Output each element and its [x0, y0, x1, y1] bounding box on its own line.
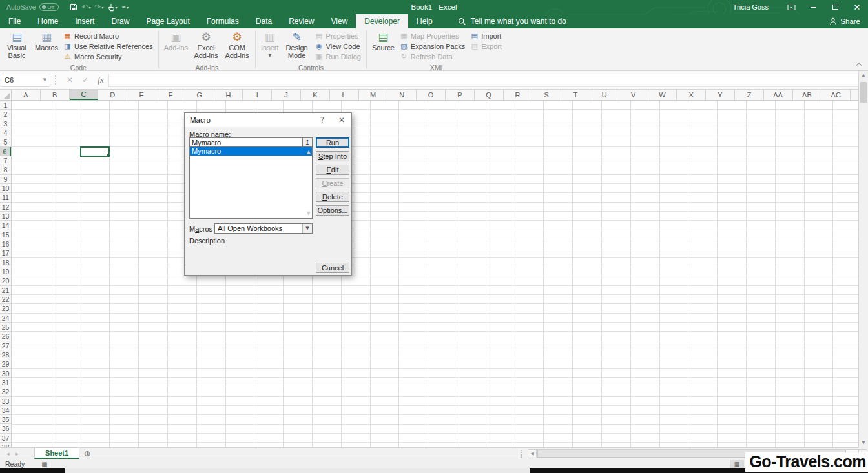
ribbon-button-excel-add-ins[interactable]: ⚙Excel Add-ins: [191, 30, 221, 63]
edit-button[interactable]: Edit: [316, 165, 349, 175]
close-button[interactable]: ✕: [846, 0, 868, 14]
ribbon-button-refresh-data[interactable]: ↻Refresh Data: [398, 52, 467, 61]
minimize-button[interactable]: [802, 0, 824, 14]
row-header-32[interactable]: 32: [0, 387, 11, 396]
redo-icon[interactable]: ↷▾: [94, 1, 105, 13]
formula-bar-splitter[interactable]: [55, 75, 62, 85]
autosave-toggle[interactable]: AutoSave Off: [6, 3, 59, 11]
ribbon-button-export[interactable]: ▤Export: [468, 41, 504, 51]
ribbon-button-expansion-packs[interactable]: ▧Expansion Packs: [398, 41, 467, 51]
dialog-help-button[interactable]: ?: [313, 113, 332, 127]
tab-home[interactable]: Home: [29, 14, 67, 28]
row-header-33[interactable]: 33: [0, 397, 11, 406]
column-header-z[interactable]: Z: [735, 90, 764, 100]
sheet-tab-sheet1[interactable]: Sheet1: [34, 448, 79, 459]
row-header-38[interactable]: 38: [0, 443, 11, 447]
delete-button[interactable]: Delete: [316, 192, 349, 202]
tab-page-layout[interactable]: Page Layout: [138, 14, 198, 28]
tab-formulas[interactable]: Formulas: [198, 14, 247, 28]
column-header-r[interactable]: R: [504, 90, 533, 100]
normal-view-icon[interactable]: ▦: [730, 460, 744, 468]
column-header-b[interactable]: B: [41, 90, 70, 100]
scroll-up-icon[interactable]: ▲: [859, 71, 868, 81]
row-header-15[interactable]: 15: [0, 230, 11, 239]
undo-icon[interactable]: ↶▾: [81, 1, 92, 13]
run-button[interactable]: Run: [316, 137, 349, 148]
new-sheet-icon[interactable]: ⊕: [79, 448, 95, 459]
tab-insert[interactable]: Insert: [67, 14, 103, 28]
macro-name-input[interactable]: Mymacro ↥: [189, 137, 313, 147]
row-header-24[interactable]: 24: [0, 314, 11, 323]
column-header-p[interactable]: P: [446, 90, 475, 100]
column-header-d[interactable]: D: [98, 90, 127, 100]
ribbon-button-record-macro[interactable]: ▦Record Macro: [61, 31, 155, 41]
list-scroll-down-icon[interactable]: ▼: [307, 210, 311, 216]
ribbon-button-map-properties[interactable]: ▦Map Properties: [398, 31, 467, 41]
row-header-21[interactable]: 21: [0, 286, 11, 295]
options-button[interactable]: Options...: [316, 205, 349, 216]
row-header-27[interactable]: 27: [0, 341, 11, 350]
maximize-button[interactable]: [824, 0, 846, 14]
row-header-12[interactable]: 12: [0, 203, 11, 212]
ribbon-button-visual-basic[interactable]: ▤Visual Basic: [2, 30, 32, 63]
row-header-16[interactable]: 16: [0, 239, 11, 248]
tab-split-handle[interactable]: [521, 450, 526, 458]
tab-view[interactable]: View: [323, 14, 356, 28]
ribbon-button-run-dialog[interactable]: ▣Run Dialog: [313, 52, 363, 61]
name-box-dropdown-icon[interactable]: ▼: [40, 74, 50, 86]
collapse-ribbon-icon[interactable]: [856, 62, 862, 67]
column-header-t[interactable]: T: [561, 90, 590, 100]
vertical-scroll-track[interactable]: [859, 104, 868, 438]
row-header-28[interactable]: 28: [0, 350, 11, 359]
column-header-f[interactable]: F: [156, 90, 185, 100]
select-all-corner[interactable]: [0, 90, 12, 100]
row-header-13[interactable]: 13: [0, 212, 11, 221]
macro-list-item-mymacro[interactable]: Mymacro: [190, 147, 312, 156]
row-header-6[interactable]: 6: [0, 147, 11, 156]
column-header-aa[interactable]: AA: [764, 90, 793, 100]
row-header-20[interactable]: 20: [0, 276, 11, 285]
user-name[interactable]: Tricia Goss: [733, 3, 769, 11]
insert-function-icon[interactable]: fx: [93, 74, 108, 86]
row-header-36[interactable]: 36: [0, 424, 11, 433]
column-header-l[interactable]: L: [330, 90, 359, 100]
dialog-title-bar[interactable]: Macro ? ✕: [185, 113, 351, 127]
row-header-29[interactable]: 29: [0, 359, 11, 368]
vertical-scroll-thumb[interactable]: [860, 82, 867, 103]
ribbon-button-add-ins[interactable]: ▣Add-ins: [162, 30, 190, 63]
tab-data[interactable]: Data: [247, 14, 280, 28]
ribbon-button-view-code[interactable]: ◉View Code: [313, 41, 363, 51]
next-sheet-icon[interactable]: ▸: [16, 450, 19, 457]
ribbon-button-com-add-ins[interactable]: ⚙COM Add-ins: [222, 30, 252, 63]
row-header-34[interactable]: 34: [0, 406, 11, 415]
row-header-30[interactable]: 30: [0, 369, 11, 378]
column-header-n[interactable]: N: [388, 90, 417, 100]
row-header-5[interactable]: 5: [0, 137, 11, 146]
row-header-31[interactable]: 31: [0, 378, 11, 387]
ribbon-button-use-relative-references[interactable]: ◨Use Relative References: [61, 41, 155, 51]
macros-in-dropdown-icon[interactable]: ▼: [302, 224, 312, 233]
tell-me-box[interactable]: Tell me what you want to do: [458, 14, 566, 28]
row-header-11[interactable]: 11: [0, 193, 11, 202]
name-box[interactable]: C6 ▼: [1, 74, 50, 87]
column-header-c[interactable]: C: [70, 90, 99, 100]
ribbon-button-insert[interactable]: ▥Insert▼: [259, 30, 281, 63]
column-header-j[interactable]: J: [272, 90, 301, 100]
ribbon-button-macros[interactable]: ▦Macros: [33, 30, 60, 63]
row-header-25[interactable]: 25: [0, 323, 11, 332]
prev-sheet-icon[interactable]: ◂: [6, 450, 10, 457]
column-header-i[interactable]: I: [243, 90, 272, 100]
row-header-10[interactable]: 10: [0, 184, 11, 193]
row-header-17[interactable]: 17: [0, 248, 11, 257]
row-header-35[interactable]: 35: [0, 415, 11, 424]
row-header-23[interactable]: 23: [0, 304, 11, 313]
tab-draw[interactable]: Draw: [103, 14, 138, 28]
row-header-8[interactable]: 8: [0, 165, 11, 174]
customize-qat-icon[interactable]: ≡▾: [119, 1, 131, 13]
row-header-26[interactable]: 26: [0, 332, 11, 341]
cells[interactable]: [12, 101, 868, 447]
row-header-2[interactable]: 2: [0, 110, 11, 119]
ribbon-button-source[interactable]: ▤Source: [370, 30, 397, 63]
list-scroll-up-icon[interactable]: ▲: [307, 149, 311, 155]
save-icon[interactable]: [68, 1, 79, 13]
